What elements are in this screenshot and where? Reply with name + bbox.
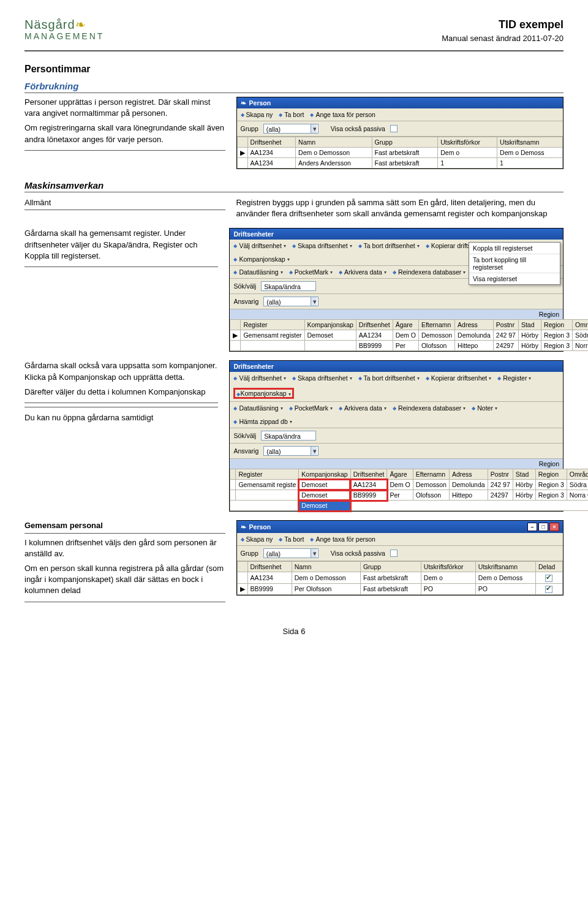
doc-title: TID exempel xyxy=(442,18,564,31)
text-forbrukning-1: Personer upprättas i person registret. D… xyxy=(24,97,225,119)
ta-bort-button[interactable]: ◆Ta bort xyxy=(279,535,304,543)
text-kompanjoner-1: Gårdarna skall också vara uppsatta som k… xyxy=(24,360,218,382)
sokvälj-label: Sök/välj xyxy=(233,282,256,290)
ansvarig-label: Ansvarig xyxy=(233,447,258,455)
toolbar-item[interactable]: ◆Ta bort driftsenhet ▾ xyxy=(358,242,420,249)
toolbar-item[interactable]: ◆Kompanjonskap ▾ xyxy=(233,255,289,263)
toolbar-item[interactable]: ◆Skapa driftsenhet ▾ xyxy=(292,242,352,249)
screenshot-driftsenheter-1: Driftsenheter ◆Välj driftsenhet ▾◆Skapa … xyxy=(229,228,564,352)
flyout-koppla[interactable]: Koppla till registerset xyxy=(469,243,560,254)
visa-passiva-label: Visa också passiva xyxy=(331,125,385,132)
doc-subtitle: Manual senast ändrad 2011-07-20 xyxy=(442,34,564,43)
screenshot-person-2: ❧ Person – □ × ◆Skapa ny ◆Ta bort ◆Ange … xyxy=(236,520,564,595)
heading-forbrukning: Förbrukning xyxy=(24,81,564,93)
toolbar-item[interactable]: ◆Arkivera data ▾ xyxy=(339,268,386,276)
text-forbrukning-2: Om registreringarna skall vara lönegrund… xyxy=(24,123,225,145)
text-gemensam-2: Om en person skall kunna registrera på a… xyxy=(24,563,225,597)
close-icon[interactable]: × xyxy=(549,523,559,531)
grupp-label: Grupp xyxy=(241,550,258,557)
grupp-combo[interactable]: (alla) xyxy=(263,124,318,134)
ansvarig-combo[interactable]: (alla) xyxy=(263,446,318,456)
ta-bort-button[interactable]: ◆Ta bort xyxy=(279,111,304,118)
sokvälj-label: Sök/välj xyxy=(233,432,256,439)
window-title: Person xyxy=(249,523,271,531)
grupp-combo[interactable]: (alla) xyxy=(263,548,318,558)
toolbar-item[interactable]: ◆Datautläsning ▾ xyxy=(233,268,282,276)
toolbar-item[interactable]: ◆Noter ▾ xyxy=(472,404,497,412)
driftsenheter-grid-2[interactable]: RegisterKompanjonskapDriftsenhetÄgareEft… xyxy=(230,469,588,511)
toolbar-item[interactable]: ◆Datautläsning ▾ xyxy=(233,404,282,412)
toolbar-item[interactable]: ◆PocketMark ▾ xyxy=(289,268,333,276)
screenshot-driftsenheter-2: Driftsenheter ◆Välj driftsenhet ▾◆Skapa … xyxy=(229,360,564,512)
screenshot-person-1: ❧Person ◆Skapa ny ◆Ta bort ◆Ange taxa fö… xyxy=(236,97,564,169)
maximize-icon[interactable]: □ xyxy=(538,523,548,531)
ange-taxa-button[interactable]: ◆Ange taxa för person xyxy=(310,535,375,543)
table-row[interactable]: ▶Gemensamt registerDemosetAA1234Dem ODem… xyxy=(230,330,588,341)
toolbar-item[interactable]: ◆Kompanjonskap ▾ xyxy=(233,388,293,399)
skapa-ny-button[interactable]: ◆Skapa ny xyxy=(241,535,273,543)
table-row[interactable]: DemosetBB9999PerOlofssonHittepo24297Hörb… xyxy=(230,490,588,501)
flyout-tabort[interactable]: Ta bort koppling till registerset xyxy=(469,254,560,273)
toolbar-item[interactable]: ◆Reindexera databaser ▾ xyxy=(393,404,466,412)
leaf-icon: ❧ xyxy=(241,99,246,107)
ansvarig-label: Ansvarig xyxy=(233,298,258,305)
allmant-label: Allmänt xyxy=(24,198,51,207)
sokvälj-input[interactable]: Skapa/ändra xyxy=(261,281,316,291)
text-kompanjoner-3: Du kan nu öppna gårdarna samtidigt xyxy=(24,412,218,423)
toolbar-item[interactable]: ◆Register ▾ xyxy=(497,374,531,382)
sokvälj-input[interactable]: Skapa/ändra xyxy=(261,431,316,441)
toolbar-item[interactable]: ◆Kopierar driftsenhet ▾ xyxy=(426,374,492,382)
logo: Näsgård❧ MANAGEMENT xyxy=(24,18,104,40)
table-row[interactable]: AA1234Anders AnderssonFast arbetskraft11 xyxy=(237,158,562,168)
region-band: Region xyxy=(230,459,563,469)
visa-passiva-checkbox[interactable] xyxy=(390,125,398,132)
heading-gemensam-personal: Gemensam personal xyxy=(24,520,225,533)
text-kompanjoner-2: Därefter väljer du detta i kolumnen Komp… xyxy=(24,387,218,398)
leaf-icon: ❧ xyxy=(241,523,246,531)
ange-taxa-button[interactable]: ◆Ange taxa för person xyxy=(310,111,375,118)
table-row[interactable]: ▶BB9999Per OlofssonFast arbetskraftPOPO xyxy=(237,583,562,594)
heading-persontimmar: Persontimmar xyxy=(24,64,564,75)
toolbar-item[interactable]: ◆Reindexera databaser ▾ xyxy=(393,268,466,276)
toolbar-item[interactable]: ◆Skapa driftsenhet ▾ xyxy=(292,374,352,382)
leaf-icon: ❧ xyxy=(75,18,86,31)
person-grid-1[interactable]: DriftsenhetNamnGruppUtskriftsförkorUtskr… xyxy=(237,137,563,168)
page-footer: Sida 6 xyxy=(24,627,564,636)
ansvarig-combo[interactable]: (alla) xyxy=(263,297,318,306)
window-title: Driftsenheter xyxy=(233,230,273,238)
window-title: Person xyxy=(249,99,271,107)
table-row[interactable]: AA1234Dem o DemossonFast arbetskraftDem … xyxy=(237,572,562,583)
driftsenheter-grid-1[interactable]: RegisterKompanjonskapDriftsenhetÄgareEft… xyxy=(230,319,588,351)
visa-passiva-label: Visa också passiva xyxy=(331,550,385,557)
skapa-ny-button[interactable]: ◆Skapa ny xyxy=(241,111,273,118)
toolbar-item[interactable]: ◆Hämta zippad db ▾ xyxy=(233,418,292,425)
text-gemensam-1: I kolumnen driftsenhet väljs den gård so… xyxy=(24,537,225,559)
toolbar-item[interactable]: ◆Välj driftsenhet ▾ xyxy=(233,242,285,249)
region-band: Region xyxy=(230,309,563,319)
delad-checkbox[interactable] xyxy=(545,575,552,582)
minimize-icon[interactable]: – xyxy=(527,523,537,531)
toolbar-item[interactable]: ◆PocketMark ▾ xyxy=(289,404,333,412)
text-gemensamt-register: Gårdarna skall ha gemensamt register. Un… xyxy=(24,228,218,262)
register-flyout[interactable]: Koppla till registerset Ta bort koppling… xyxy=(469,242,560,285)
logo-top: Näsgård❧ xyxy=(24,18,104,31)
table-row[interactable]: BB9999PerOlofssonHittepo24297HörbyRegion… xyxy=(230,341,588,351)
delad-checkbox[interactable] xyxy=(545,586,552,593)
flyout-visa[interactable]: Visa registerset xyxy=(469,273,560,284)
window-title: Driftsenheter xyxy=(233,363,273,370)
logo-bottom: MANAGEMENT xyxy=(24,32,104,40)
person-grid-2[interactable]: DriftsenhetNamnGruppUtskriftsförkorUtskr… xyxy=(237,561,563,594)
heading-maskinsamverkan: Maskinsamverkan xyxy=(24,180,564,192)
grupp-label: Grupp xyxy=(241,125,258,132)
allmant-text: Registren byggs upp i grunden på samma s… xyxy=(236,197,564,219)
toolbar-item[interactable]: ◆Arkivera data ▾ xyxy=(339,404,386,412)
visa-passiva-checkbox[interactable] xyxy=(390,550,398,557)
table-row[interactable]: ▶AA1234Dem o DemossonFast arbetskraftDem… xyxy=(237,148,562,158)
toolbar-item[interactable]: ◆Ta bort driftsenhet ▾ xyxy=(358,374,420,382)
toolbar-item[interactable]: ◆Välj driftsenhet ▾ xyxy=(233,374,285,382)
table-row[interactable]: Gemensamit registeDemosetAA1234Dem ODemo… xyxy=(230,480,588,490)
